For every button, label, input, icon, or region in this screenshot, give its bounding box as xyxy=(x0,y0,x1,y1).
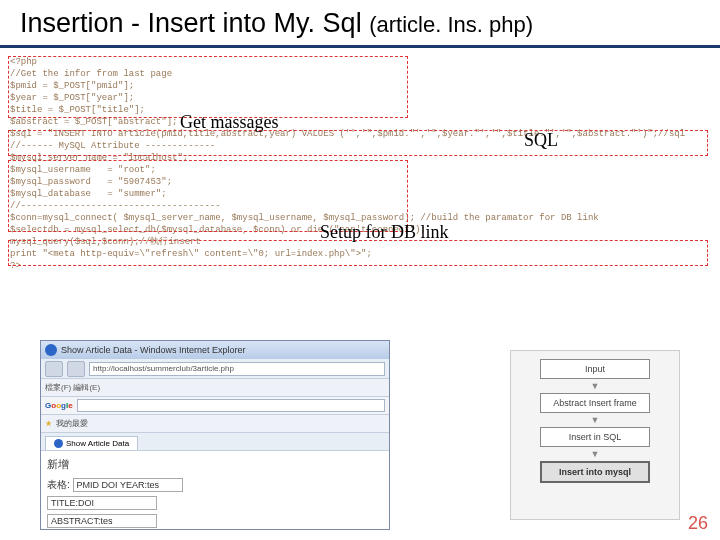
form-row: TITLE:DOI xyxy=(47,496,383,510)
flow-abstract-box: Abstract Insert frame xyxy=(540,393,650,413)
flow-sql-box: Insert in SQL xyxy=(540,427,650,447)
google-search-input[interactable] xyxy=(77,399,385,412)
browser-title-bar: Show Article Data - Windows Internet Exp… xyxy=(41,341,389,359)
form-input[interactable]: TITLE:DOI xyxy=(47,496,157,510)
title-main: Insertion - Insert into My. Sql xyxy=(20,8,369,38)
tab-label: Show Article Data xyxy=(66,439,129,448)
page-heading: 新增 xyxy=(47,457,383,472)
highlight-box-connect xyxy=(8,240,708,266)
star-icon: ★ xyxy=(45,419,52,428)
favorites-bar: ★ 我的最愛 xyxy=(41,415,389,433)
form-row: 表格: PMID DOI YEAR:tes xyxy=(47,478,383,492)
slide: Insertion - Insert into My. Sql (article… xyxy=(0,0,720,540)
arrow-down-icon: ▼ xyxy=(591,381,600,391)
flowchart: Input ▼ Abstract Insert frame ▼ Insert i… xyxy=(510,350,680,520)
arrow-down-icon: ▼ xyxy=(591,415,600,425)
address-bar[interactable]: http://localhost/summerclub/3article.php xyxy=(89,362,385,376)
form-row: ABSTRACT:tes xyxy=(47,514,383,528)
favorites-label[interactable]: 我的最愛 xyxy=(56,418,88,429)
highlight-box-getmsg xyxy=(8,56,408,118)
forward-button[interactable] xyxy=(67,361,85,377)
flow-mysql-box: Insert into mysql xyxy=(540,461,650,483)
address-text: http://localhost/summerclub/3article.php xyxy=(93,364,234,373)
form-input[interactable]: ABSTRACT:tes xyxy=(47,514,157,528)
browser-tab[interactable]: Show Article Data xyxy=(45,436,138,450)
google-logo-icon: Google xyxy=(45,401,73,410)
form-label: 表格: xyxy=(47,479,70,490)
annotation-getmsg: Get massages xyxy=(180,112,278,133)
browser-title-text: Show Article Data - Windows Internet Exp… xyxy=(61,345,246,355)
arrow-down-icon: ▼ xyxy=(591,449,600,459)
back-button[interactable] xyxy=(45,361,63,377)
menu-items[interactable]: 檔案(F) 編輯(E) xyxy=(45,382,100,393)
page-number: 26 xyxy=(688,513,708,534)
browser-nav-toolbar: http://localhost/summerclub/3article.php xyxy=(41,359,389,379)
title-bar: Insertion - Insert into My. Sql (article… xyxy=(0,0,720,48)
tab-strip: Show Article Data xyxy=(41,433,389,451)
title-paren: (article. Ins. php) xyxy=(369,12,533,37)
slide-title: Insertion - Insert into My. Sql (article… xyxy=(20,8,700,39)
ie-icon xyxy=(45,344,57,356)
browser-menu: 檔案(F) 編輯(E) xyxy=(41,379,389,397)
page-content: 新增 表格: PMID DOI YEAR:tes TITLE:DOI ABSTR… xyxy=(41,451,389,538)
annotation-sql: SQL xyxy=(524,130,558,151)
google-toolbar: Google xyxy=(41,397,389,415)
annotation-setup: Setup for DB link xyxy=(320,222,449,243)
flow-input-box: Input xyxy=(540,359,650,379)
browser-window: Show Article Data - Windows Internet Exp… xyxy=(40,340,390,530)
tab-favicon-icon xyxy=(54,439,63,448)
highlight-box-sql xyxy=(8,130,708,156)
form-input[interactable]: PMID DOI YEAR:tes xyxy=(73,478,183,492)
